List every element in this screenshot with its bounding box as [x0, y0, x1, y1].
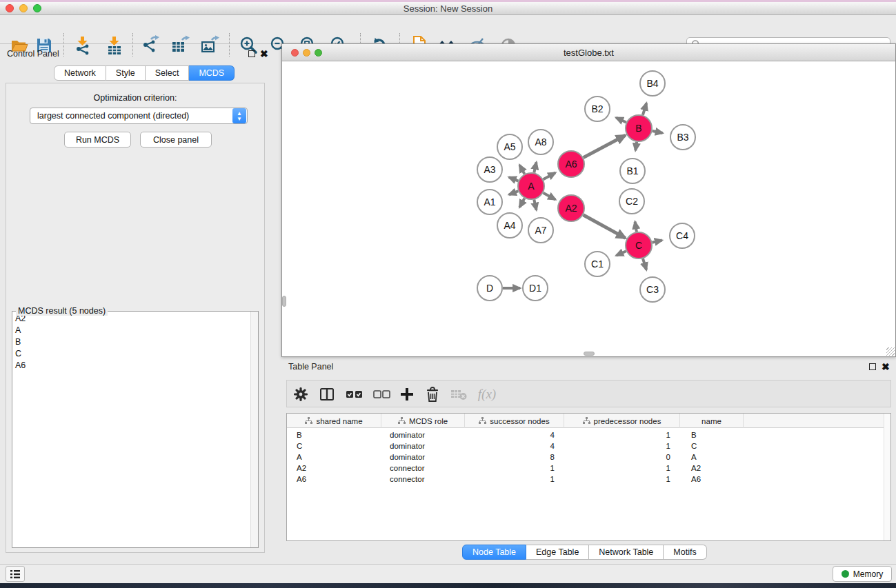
table-cell[interactable]: B	[680, 429, 744, 440]
table-row-A2[interactable]: A2connector11A2	[287, 463, 884, 474]
table-cell[interactable]: B	[287, 429, 381, 440]
table-cell[interactable]: 1	[564, 474, 680, 485]
graph-edge-C-C2[interactable]	[635, 222, 637, 232]
zoom-window-button[interactable]	[33, 4, 41, 12]
table-cell[interactable]: 1	[465, 474, 564, 485]
control-panel-float-button[interactable]	[248, 50, 255, 57]
network-close-button[interactable]	[291, 49, 299, 57]
graph-node-A6[interactable]: A6	[558, 151, 584, 177]
table-settings-gear-icon[interactable]	[290, 384, 312, 405]
table-panel-float-button[interactable]	[869, 363, 876, 370]
table-row-A6[interactable]: A6connector11A6	[287, 474, 884, 485]
graph-edge-A-A5[interactable]	[519, 165, 524, 174]
table-cell[interactable]: C	[287, 440, 381, 452]
graph-edge-A-A2[interactable]	[544, 193, 556, 200]
graph-node-A5[interactable]: A5	[497, 134, 522, 159]
mcds-result-listbox[interactable]: A2ABCA6	[12, 311, 259, 548]
select-all-checkboxes-icon[interactable]	[344, 384, 366, 405]
graph-edge-B-B4[interactable]	[643, 103, 646, 115]
mcds-result-item[interactable]: A	[12, 325, 250, 336]
close-window-button[interactable]	[6, 4, 14, 12]
column-layout-icon[interactable]	[316, 384, 338, 405]
tab-style[interactable]: Style	[106, 65, 146, 81]
graph-edge-A-A4[interactable]	[519, 199, 524, 207]
graph-edge-A-A1[interactable]	[509, 191, 518, 194]
export-network-button[interactable]	[137, 32, 163, 59]
table-cell[interactable]: dominator	[381, 429, 465, 440]
deselect-all-checkboxes-icon[interactable]	[371, 384, 393, 405]
table-cell[interactable]: 4	[465, 429, 564, 440]
graph-node-A3[interactable]: A3	[477, 157, 502, 182]
graph-node-B1[interactable]: B1	[620, 159, 645, 183]
tab-edge-table[interactable]: Edge Table	[526, 545, 589, 560]
graph-edge-A2-C[interactable]	[584, 215, 626, 239]
graph-edge-B-B2[interactable]	[616, 118, 626, 123]
mcds-result-item[interactable]: C	[12, 348, 250, 360]
control-panel-close-button[interactable]: ✖	[260, 50, 268, 58]
close-panel-button[interactable]: Close panel	[140, 132, 212, 148]
table-cell[interactable]: A6	[287, 474, 381, 485]
table-cell[interactable]: 0	[564, 452, 680, 463]
minimize-window-button[interactable]	[19, 4, 28, 12]
graph-edge-A-A8[interactable]	[534, 162, 536, 172]
column-header-successor-nodes[interactable]: successor nodes	[465, 414, 564, 428]
table-cell[interactable]: C	[680, 440, 744, 452]
graph-node-A4[interactable]: A4	[497, 213, 522, 238]
add-column-icon[interactable]	[396, 384, 418, 405]
network-vertical-scrollbar[interactable]	[282, 296, 286, 307]
tab-select[interactable]: Select	[146, 65, 190, 81]
delete-column-trash-icon[interactable]	[421, 384, 444, 405]
table-row-A[interactable]: Adominator80A	[287, 452, 884, 463]
network-canvas[interactable]: AA1A2A3A4A5A6A7A8BB1B2B3B4CC1C2C3C4DD1	[282, 61, 895, 356]
graph-edge-A6-B[interactable]	[584, 135, 626, 157]
graph-node-B2[interactable]: B2	[585, 97, 610, 121]
network-resize-grip[interactable]	[886, 347, 895, 356]
graph-node-A1[interactable]: A1	[477, 190, 502, 214]
tab-motifs[interactable]: Motifs	[664, 545, 706, 560]
criterion-dropdown[interactable]: largest connected component (directed) ▲…	[30, 108, 248, 124]
graph-edge-A-A3[interactable]	[509, 177, 519, 181]
table-cell[interactable]: 1	[564, 440, 680, 452]
graph-node-B[interactable]: B	[626, 115, 652, 141]
table-row-B[interactable]: Bdominator41B	[287, 429, 884, 440]
table-cell[interactable]: A	[680, 452, 744, 463]
graph-node-A7[interactable]: A7	[528, 218, 553, 243]
tab-mcds[interactable]: MCDS	[189, 65, 235, 81]
table-scrollbar[interactable]	[884, 414, 890, 540]
table-cell[interactable]: A2	[287, 463, 381, 474]
table-cell[interactable]: A6	[680, 474, 744, 485]
graph-edge-A-A7[interactable]	[534, 200, 536, 210]
graph-node-C4[interactable]: C4	[670, 223, 695, 248]
graph-node-C3[interactable]: C3	[640, 277, 665, 302]
memory-button[interactable]: Memory	[833, 566, 892, 582]
graph-node-C1[interactable]: C1	[585, 252, 610, 276]
graph-edge-B-B1[interactable]	[635, 142, 637, 151]
graph-edge-C-C4[interactable]	[653, 241, 662, 243]
graph-node-A2[interactable]: A2	[558, 195, 584, 221]
mcds-result-item[interactable]: A6	[12, 360, 250, 372]
table-cell[interactable]: 1	[564, 463, 680, 474]
table-cell[interactable]: A2	[680, 463, 744, 474]
graph-edge-C-C3[interactable]	[643, 258, 646, 270]
network-zoom-button[interactable]	[315, 49, 322, 57]
graph-node-A8[interactable]: A8	[528, 130, 553, 154]
run-mcds-button[interactable]: Run MCDS	[64, 132, 131, 148]
table-cell[interactable]: connector	[381, 474, 465, 485]
graph-node-B3[interactable]: B3	[670, 125, 695, 150]
graph-node-C2[interactable]: C2	[619, 189, 644, 214]
table-cell[interactable]: dominator	[381, 440, 465, 452]
export-table-button[interactable]	[167, 32, 193, 59]
mcds-result-scrollbar[interactable]	[250, 312, 258, 547]
graph-node-C[interactable]: C	[626, 232, 652, 258]
table-cell[interactable]: 1	[465, 463, 564, 474]
column-header-shared-name[interactable]: shared name	[287, 414, 381, 428]
column-header-MCDS-role[interactable]: MCDS role	[381, 414, 465, 428]
table-cell[interactable]: dominator	[381, 452, 465, 463]
column-header-name[interactable]: name	[680, 414, 744, 428]
column-header-predecessor-nodes[interactable]: predecessor nodes	[564, 414, 680, 428]
table-cell[interactable]: connector	[381, 463, 465, 474]
tab-network-table[interactable]: Network Table	[589, 545, 664, 560]
graph-node-D1[interactable]: D1	[523, 276, 548, 301]
table-panel-close-button[interactable]: ✖	[882, 363, 890, 371]
graph-node-A[interactable]: A	[518, 173, 544, 199]
